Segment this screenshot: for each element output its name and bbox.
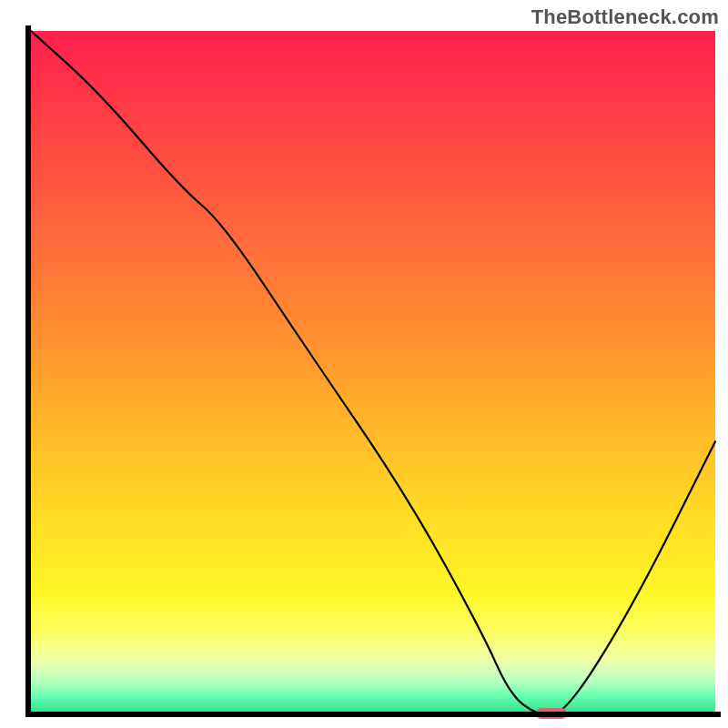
plot-area: [31, 31, 715, 715]
y-axis: [25, 25, 31, 717]
chart-stage: TheBottleneck.com: [0, 0, 728, 728]
x-axis: [31, 712, 721, 717]
watermark-label: TheBottleneck.com: [531, 5, 719, 29]
bottleneck-curve: [31, 31, 715, 715]
